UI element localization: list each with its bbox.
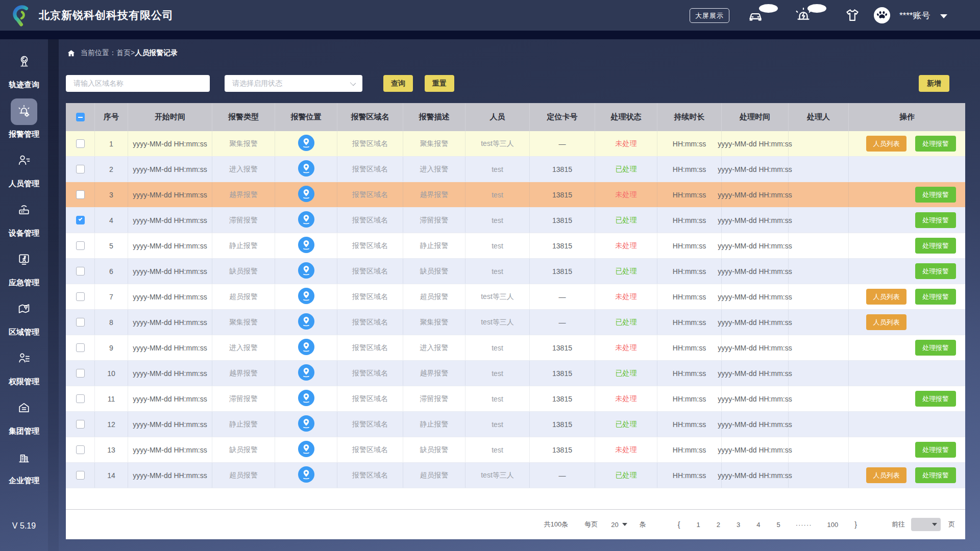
- location-pin-icon[interactable]: [298, 160, 314, 178]
- handle-alarm-button[interactable]: 处理报警: [915, 238, 956, 254]
- location-pin-icon[interactable]: [298, 313, 314, 331]
- avatar[interactable]: [873, 0, 891, 31]
- cell-alarm-desc: 进入报警: [403, 335, 465, 360]
- column-header: 人员: [465, 103, 530, 131]
- location-pin-icon[interactable]: [298, 466, 314, 484]
- cell-alarm-location: [275, 386, 337, 411]
- column-header: 开始时间: [128, 103, 212, 131]
- person-list-button[interactable]: 人员列表: [866, 136, 906, 152]
- row-checkbox[interactable]: [76, 216, 85, 224]
- sidebar-item-label: 应急管理: [9, 278, 39, 288]
- cell-actions: [849, 361, 965, 386]
- row-checkbox[interactable]: [76, 190, 85, 199]
- page-size-select[interactable]: 20: [611, 521, 627, 529]
- table-row-8: 8yyyy-MM-dd HH:mm:ss聚集报警报警区域名聚集报警test等三人…: [66, 310, 965, 335]
- sidebar-item-2[interactable]: 报警管理: [0, 98, 48, 148]
- handle-alarm-button[interactable]: 处理报警: [915, 187, 956, 203]
- location-pin-icon[interactable]: [298, 390, 314, 408]
- location-pin-icon[interactable]: [298, 237, 314, 255]
- page-number-4[interactable]: 4: [756, 521, 760, 529]
- cell-alarm-type: 进入报警: [212, 157, 275, 182]
- goto-page-select[interactable]: [911, 518, 941, 531]
- account-label[interactable]: ****账号: [899, 0, 930, 31]
- prev-page-button[interactable]: {: [678, 520, 680, 529]
- location-pin-icon[interactable]: [298, 339, 314, 357]
- handle-alarm-button[interactable]: 处理报警: [915, 391, 956, 407]
- big-screen-button[interactable]: 大屏展示: [690, 8, 729, 23]
- vehicle-icon[interactable]: [746, 0, 765, 31]
- sidebar-item-8[interactable]: 集团管理: [0, 395, 48, 445]
- row-checkbox[interactable]: [76, 318, 85, 327]
- cell-card-no: 13815: [530, 412, 595, 437]
- enable-status-select[interactable]: 请选择启用状态: [225, 75, 362, 92]
- add-button[interactable]: 新增: [919, 75, 949, 92]
- handle-alarm-button[interactable]: 处理报警: [915, 136, 956, 152]
- sidebar-item-5[interactable]: 应急管理: [0, 247, 48, 296]
- cell-alarm-desc: 超员报警: [403, 284, 465, 309]
- reset-button[interactable]: 重置: [425, 75, 454, 92]
- cell-status: 已处理: [595, 208, 657, 233]
- account-dropdown-caret-icon[interactable]: [940, 14, 947, 18]
- row-checkbox[interactable]: [76, 139, 85, 148]
- handle-alarm-button[interactable]: 处理报警: [915, 263, 956, 279]
- row-checkbox[interactable]: [76, 343, 85, 352]
- sidebar-item-4[interactable]: 设备管理: [0, 197, 48, 247]
- query-button[interactable]: 查询: [383, 75, 413, 92]
- sidebar-item-7[interactable]: 权限管理: [0, 346, 48, 395]
- handle-alarm-button[interactable]: 处理报警: [915, 289, 956, 305]
- table-row-12: 12yyyy-MM-dd HH:mm:ss静止报警报警区域名静止报警test13…: [66, 412, 965, 437]
- page-number-2[interactable]: 2: [717, 521, 720, 529]
- location-pin-icon[interactable]: [298, 211, 314, 229]
- row-checkbox[interactable]: [76, 394, 85, 403]
- cell-handle-time: yyyy-MM-dd HH:mm:ss: [722, 157, 789, 182]
- enterprise-manage-icon: [17, 450, 31, 466]
- column-header: 报警位置: [275, 103, 337, 131]
- cell-actions: 人员列表处理报警: [849, 284, 965, 309]
- column-header: 处理状态: [595, 103, 657, 131]
- page-number-1[interactable]: 1: [696, 521, 700, 529]
- alarm-bell-icon[interactable]: [794, 0, 813, 31]
- sidebar-item-label: 报警管理: [9, 130, 39, 139]
- location-pin-icon[interactable]: [298, 135, 314, 153]
- location-pin-icon[interactable]: [298, 262, 314, 280]
- location-pin-icon[interactable]: [298, 441, 314, 459]
- per-page-label: 每页: [584, 520, 598, 529]
- cell-actions: [849, 157, 965, 182]
- select-all-checkbox[interactable]: [76, 113, 85, 121]
- next-page-button[interactable]: }: [854, 520, 857, 529]
- row-checkbox[interactable]: [76, 165, 85, 173]
- area-name-input[interactable]: 请输入区域名称: [66, 75, 210, 92]
- row-checkbox[interactable]: [76, 471, 85, 480]
- cell-alarm-type: 缺员报警: [212, 437, 275, 462]
- row-checkbox[interactable]: [76, 267, 85, 276]
- row-checkbox[interactable]: [76, 292, 85, 301]
- location-pin-icon[interactable]: [298, 288, 314, 306]
- page-number-3[interactable]: 3: [737, 521, 740, 529]
- row-checkbox[interactable]: [76, 420, 85, 429]
- row-checkbox[interactable]: [76, 369, 85, 378]
- sidebar-item-1[interactable]: 轨迹查询: [0, 49, 48, 98]
- sidebar-item-3[interactable]: 人员管理: [0, 148, 48, 197]
- handle-alarm-button[interactable]: 处理报警: [915, 442, 956, 458]
- sidebar-item-6[interactable]: 区域管理: [0, 296, 48, 346]
- alarm-table: 序号开始时间报警类型报警位置报警区域名报警描述人员定位卡号处理状态持续时长处理时…: [66, 103, 965, 539]
- tshirt-icon[interactable]: [844, 0, 861, 31]
- location-pin-icon[interactable]: [298, 415, 314, 433]
- handle-alarm-button[interactable]: 处理报警: [915, 340, 956, 356]
- handle-alarm-button[interactable]: 处理报警: [915, 212, 956, 228]
- cell-alarm-area: 报警区域名: [337, 463, 403, 488]
- cell-alarm-desc: 静止报警: [403, 233, 465, 258]
- location-pin-icon[interactable]: [298, 186, 314, 204]
- handle-alarm-button[interactable]: 处理报警: [915, 467, 956, 483]
- person-list-button[interactable]: 人员列表: [866, 467, 906, 483]
- person-list-button[interactable]: 人员列表: [866, 289, 906, 305]
- cell-duration: HH:mm:ss: [657, 310, 722, 335]
- row-checkbox[interactable]: [76, 445, 85, 454]
- cell-alarm-area: 报警区域名: [337, 361, 403, 386]
- location-pin-icon[interactable]: [298, 364, 314, 382]
- page-number-last[interactable]: 100: [827, 521, 839, 529]
- person-list-button[interactable]: 人员列表: [866, 314, 906, 330]
- page-number-5[interactable]: 5: [776, 521, 780, 529]
- sidebar-item-9[interactable]: 企业管理: [0, 445, 48, 494]
- row-checkbox[interactable]: [76, 241, 85, 250]
